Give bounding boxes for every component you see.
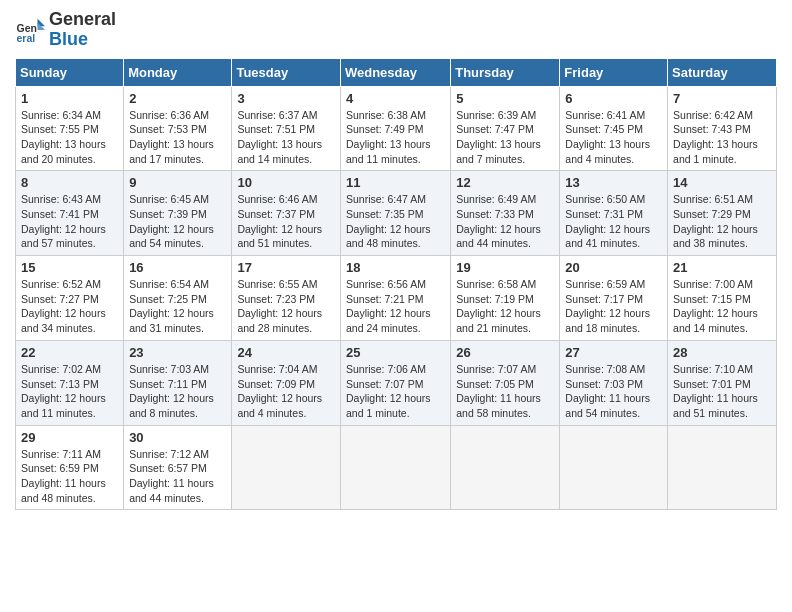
day-number: 20	[565, 260, 662, 275]
calendar-cell: 6 Sunrise: 6:41 AM Sunset: 7:45 PM Dayli…	[560, 86, 668, 171]
day-info: Sunrise: 6:54 AM Sunset: 7:25 PM Dayligh…	[129, 277, 226, 336]
day-header-monday: Monday	[124, 58, 232, 86]
calendar-cell: 22 Sunrise: 7:02 AM Sunset: 7:13 PM Dayl…	[16, 340, 124, 425]
day-number: 30	[129, 430, 226, 445]
calendar-header-row: SundayMondayTuesdayWednesdayThursdayFrid…	[16, 58, 777, 86]
day-info: Sunrise: 6:42 AM Sunset: 7:43 PM Dayligh…	[673, 108, 771, 167]
calendar-cell: 23 Sunrise: 7:03 AM Sunset: 7:11 PM Dayl…	[124, 340, 232, 425]
calendar-cell	[560, 425, 668, 510]
day-info: Sunrise: 7:04 AM Sunset: 7:09 PM Dayligh…	[237, 362, 335, 421]
calendar-cell: 16 Sunrise: 6:54 AM Sunset: 7:25 PM Dayl…	[124, 256, 232, 341]
day-info: Sunrise: 6:46 AM Sunset: 7:37 PM Dayligh…	[237, 192, 335, 251]
calendar-week-row: 15 Sunrise: 6:52 AM Sunset: 7:27 PM Dayl…	[16, 256, 777, 341]
day-info: Sunrise: 7:08 AM Sunset: 7:03 PM Dayligh…	[565, 362, 662, 421]
day-info: Sunrise: 6:55 AM Sunset: 7:23 PM Dayligh…	[237, 277, 335, 336]
day-number: 23	[129, 345, 226, 360]
calendar-cell: 30 Sunrise: 7:12 AM Sunset: 6:57 PM Dayl…	[124, 425, 232, 510]
day-number: 8	[21, 175, 118, 190]
calendar-cell: 1 Sunrise: 6:34 AM Sunset: 7:55 PM Dayli…	[16, 86, 124, 171]
calendar-cell: 26 Sunrise: 7:07 AM Sunset: 7:05 PM Dayl…	[451, 340, 560, 425]
day-info: Sunrise: 7:07 AM Sunset: 7:05 PM Dayligh…	[456, 362, 554, 421]
day-info: Sunrise: 7:11 AM Sunset: 6:59 PM Dayligh…	[21, 447, 118, 506]
calendar-cell: 5 Sunrise: 6:39 AM Sunset: 7:47 PM Dayli…	[451, 86, 560, 171]
day-number: 11	[346, 175, 445, 190]
day-info: Sunrise: 6:52 AM Sunset: 7:27 PM Dayligh…	[21, 277, 118, 336]
calendar-week-row: 22 Sunrise: 7:02 AM Sunset: 7:13 PM Dayl…	[16, 340, 777, 425]
page-header: Gen eral General Blue	[15, 10, 777, 50]
day-info: Sunrise: 6:38 AM Sunset: 7:49 PM Dayligh…	[346, 108, 445, 167]
day-header-saturday: Saturday	[668, 58, 777, 86]
day-number: 22	[21, 345, 118, 360]
day-header-friday: Friday	[560, 58, 668, 86]
day-number: 27	[565, 345, 662, 360]
day-info: Sunrise: 6:34 AM Sunset: 7:55 PM Dayligh…	[21, 108, 118, 167]
day-number: 13	[565, 175, 662, 190]
logo: Gen eral General Blue	[15, 10, 116, 50]
day-number: 1	[21, 91, 118, 106]
day-number: 19	[456, 260, 554, 275]
calendar-week-row: 29 Sunrise: 7:11 AM Sunset: 6:59 PM Dayl…	[16, 425, 777, 510]
calendar-cell: 9 Sunrise: 6:45 AM Sunset: 7:39 PM Dayli…	[124, 171, 232, 256]
day-info: Sunrise: 6:50 AM Sunset: 7:31 PM Dayligh…	[565, 192, 662, 251]
calendar-cell: 8 Sunrise: 6:43 AM Sunset: 7:41 PM Dayli…	[16, 171, 124, 256]
day-info: Sunrise: 7:03 AM Sunset: 7:11 PM Dayligh…	[129, 362, 226, 421]
day-header-thursday: Thursday	[451, 58, 560, 86]
calendar-cell: 7 Sunrise: 6:42 AM Sunset: 7:43 PM Dayli…	[668, 86, 777, 171]
day-number: 10	[237, 175, 335, 190]
day-number: 17	[237, 260, 335, 275]
calendar-cell: 2 Sunrise: 6:36 AM Sunset: 7:53 PM Dayli…	[124, 86, 232, 171]
calendar-cell: 19 Sunrise: 6:58 AM Sunset: 7:19 PM Dayl…	[451, 256, 560, 341]
day-number: 26	[456, 345, 554, 360]
calendar-cell: 28 Sunrise: 7:10 AM Sunset: 7:01 PM Dayl…	[668, 340, 777, 425]
calendar-cell	[340, 425, 450, 510]
calendar-cell: 10 Sunrise: 6:46 AM Sunset: 7:37 PM Dayl…	[232, 171, 341, 256]
calendar-cell: 14 Sunrise: 6:51 AM Sunset: 7:29 PM Dayl…	[668, 171, 777, 256]
calendar-cell: 24 Sunrise: 7:04 AM Sunset: 7:09 PM Dayl…	[232, 340, 341, 425]
day-number: 15	[21, 260, 118, 275]
logo-icon: Gen eral	[15, 15, 45, 45]
day-number: 3	[237, 91, 335, 106]
logo-text: General Blue	[49, 10, 116, 50]
day-number: 28	[673, 345, 771, 360]
day-number: 6	[565, 91, 662, 106]
day-info: Sunrise: 7:00 AM Sunset: 7:15 PM Dayligh…	[673, 277, 771, 336]
day-number: 9	[129, 175, 226, 190]
calendar-cell: 15 Sunrise: 6:52 AM Sunset: 7:27 PM Dayl…	[16, 256, 124, 341]
day-header-sunday: Sunday	[16, 58, 124, 86]
calendar-week-row: 8 Sunrise: 6:43 AM Sunset: 7:41 PM Dayli…	[16, 171, 777, 256]
day-info: Sunrise: 6:51 AM Sunset: 7:29 PM Dayligh…	[673, 192, 771, 251]
day-number: 4	[346, 91, 445, 106]
day-number: 2	[129, 91, 226, 106]
day-info: Sunrise: 6:58 AM Sunset: 7:19 PM Dayligh…	[456, 277, 554, 336]
day-number: 5	[456, 91, 554, 106]
day-info: Sunrise: 6:56 AM Sunset: 7:21 PM Dayligh…	[346, 277, 445, 336]
calendar-cell: 29 Sunrise: 7:11 AM Sunset: 6:59 PM Dayl…	[16, 425, 124, 510]
calendar-cell: 13 Sunrise: 6:50 AM Sunset: 7:31 PM Dayl…	[560, 171, 668, 256]
calendar-cell	[668, 425, 777, 510]
day-number: 12	[456, 175, 554, 190]
day-info: Sunrise: 7:06 AM Sunset: 7:07 PM Dayligh…	[346, 362, 445, 421]
calendar-cell	[451, 425, 560, 510]
calendar-cell	[232, 425, 341, 510]
day-info: Sunrise: 7:10 AM Sunset: 7:01 PM Dayligh…	[673, 362, 771, 421]
day-number: 14	[673, 175, 771, 190]
calendar-cell: 3 Sunrise: 6:37 AM Sunset: 7:51 PM Dayli…	[232, 86, 341, 171]
svg-text:eral: eral	[17, 32, 36, 44]
calendar-cell: 11 Sunrise: 6:47 AM Sunset: 7:35 PM Dayl…	[340, 171, 450, 256]
day-info: Sunrise: 7:02 AM Sunset: 7:13 PM Dayligh…	[21, 362, 118, 421]
calendar-cell: 21 Sunrise: 7:00 AM Sunset: 7:15 PM Dayl…	[668, 256, 777, 341]
calendar-cell: 20 Sunrise: 6:59 AM Sunset: 7:17 PM Dayl…	[560, 256, 668, 341]
day-info: Sunrise: 6:45 AM Sunset: 7:39 PM Dayligh…	[129, 192, 226, 251]
day-header-tuesday: Tuesday	[232, 58, 341, 86]
day-number: 24	[237, 345, 335, 360]
calendar-cell: 17 Sunrise: 6:55 AM Sunset: 7:23 PM Dayl…	[232, 256, 341, 341]
calendar-cell: 18 Sunrise: 6:56 AM Sunset: 7:21 PM Dayl…	[340, 256, 450, 341]
day-info: Sunrise: 6:43 AM Sunset: 7:41 PM Dayligh…	[21, 192, 118, 251]
day-info: Sunrise: 6:41 AM Sunset: 7:45 PM Dayligh…	[565, 108, 662, 167]
day-info: Sunrise: 6:47 AM Sunset: 7:35 PM Dayligh…	[346, 192, 445, 251]
calendar-cell: 12 Sunrise: 6:49 AM Sunset: 7:33 PM Dayl…	[451, 171, 560, 256]
day-info: Sunrise: 6:49 AM Sunset: 7:33 PM Dayligh…	[456, 192, 554, 251]
day-number: 18	[346, 260, 445, 275]
calendar-table: SundayMondayTuesdayWednesdayThursdayFrid…	[15, 58, 777, 511]
day-info: Sunrise: 6:39 AM Sunset: 7:47 PM Dayligh…	[456, 108, 554, 167]
